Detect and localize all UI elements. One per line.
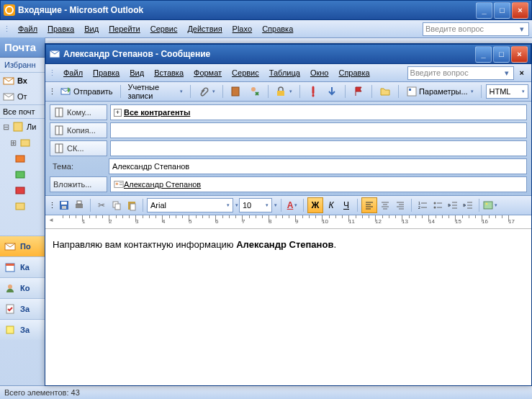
ruler[interactable]: ◄ 1234567891011121314151617: [45, 215, 531, 229]
bcc-button[interactable]: СК...: [50, 140, 107, 156]
folder-icon: [379, 86, 391, 97]
font-color-button[interactable]: A▾: [285, 198, 299, 212]
main-title: Входящие - Microsoft Outlook: [18, 5, 474, 15]
cc-button[interactable]: Копия...: [50, 122, 107, 138]
cmenu-tools[interactable]: Сервис: [227, 66, 263, 79]
book-icon: [53, 107, 65, 118]
print-button[interactable]: [72, 198, 86, 212]
numbered-list-button[interactable]: 12: [415, 198, 430, 212]
grip-icon[interactable]: ⋮: [48, 201, 56, 210]
subject-field[interactable]: Александр Степанов: [109, 158, 527, 174]
tree-child[interactable]: [0, 198, 45, 214]
cmenu-help[interactable]: Справка: [334, 66, 374, 79]
tree-child[interactable]: [0, 166, 45, 182]
close-button[interactable]: ×: [512, 2, 528, 19]
compose-help-input[interactable]: Введите вопрос▾: [407, 66, 514, 80]
svg-rect-29: [120, 182, 122, 183]
cut-button[interactable]: ✂: [94, 198, 109, 212]
insert-picture-button[interactable]: ▾: [483, 198, 497, 212]
options-button[interactable]: Параметры...▾: [403, 84, 477, 99]
compose-menu-close[interactable]: ×: [515, 66, 528, 79]
tree-root[interactable]: ⊟Ли: [0, 119, 45, 135]
grip-icon[interactable]: ⋮: [3, 24, 11, 34]
importance-low-button[interactable]: [323, 84, 341, 99]
menu-edit[interactable]: Правка: [43, 22, 78, 35]
header-fields: Кому... +Все контрагенты Копия... СК... …: [45, 102, 531, 195]
accounts-button[interactable]: Учетные записи▾: [125, 81, 185, 102]
to-field[interactable]: +Все контрагенты: [110, 104, 527, 120]
copy-button[interactable]: [109, 198, 124, 212]
italic-button[interactable]: К: [324, 198, 338, 212]
nav-mail[interactable]: По: [0, 236, 45, 256]
menu-file[interactable]: Файл: [14, 22, 42, 35]
paste-button[interactable]: [125, 198, 139, 212]
bullet-list-button[interactable]: [430, 198, 445, 212]
minimize-button[interactable]: _: [476, 2, 492, 19]
attach-button[interactable]: ▾: [195, 84, 218, 99]
outdent-button[interactable]: [446, 198, 460, 212]
menu-help[interactable]: Справка: [258, 22, 297, 35]
align-left-button[interactable]: [361, 197, 377, 213]
font-name-select[interactable]: Arial▾: [147, 198, 233, 212]
bold-button[interactable]: Ж: [307, 197, 323, 213]
flag-button[interactable]: [350, 84, 367, 99]
attach-field[interactable]: Александр Степанов: [110, 176, 527, 192]
cmenu-edit[interactable]: Правка: [89, 66, 124, 79]
tree-child[interactable]: [0, 182, 45, 198]
compose-maximize-button[interactable]: □: [493, 46, 510, 63]
grip-icon[interactable]: ⋮: [48, 68, 56, 78]
align-right-button[interactable]: [393, 198, 407, 212]
align-center-button[interactable]: [378, 198, 392, 212]
body-bold: Александр Степанов: [236, 239, 333, 250]
svg-rect-5: [14, 122, 22, 131]
nav-calendar[interactable]: Ка: [0, 256, 45, 277]
tree-child[interactable]: [0, 151, 45, 166]
cmenu-file[interactable]: Файл: [59, 66, 87, 79]
compose-titlebar[interactable]: Александр Степанов - Сообщение _ □ ×: [45, 44, 531, 64]
menu-tools[interactable]: Сервис: [146, 22, 182, 35]
cmenu-format[interactable]: Формат: [189, 66, 226, 79]
expand-icon[interactable]: +: [114, 109, 122, 117]
attach-field-button[interactable]: Вложить...: [50, 176, 107, 192]
main-menubar: ⋮ Файл Правка Вид Перейти Сервис Действи…: [0, 20, 532, 38]
menu-actions[interactable]: Действия: [183, 22, 226, 35]
cmenu-view[interactable]: Вид: [125, 66, 148, 79]
book-icon: [53, 143, 65, 154]
fav-sent[interactable]: От: [0, 89, 45, 104]
folder-button[interactable]: [377, 84, 394, 99]
compose-minimize-button[interactable]: _: [475, 46, 492, 63]
svg-point-28: [116, 182, 119, 185]
save-button[interactable]: [57, 198, 71, 212]
nav-notes[interactable]: За: [0, 319, 45, 340]
fav-inbox[interactable]: Вх: [0, 73, 45, 89]
check-names-button[interactable]: [246, 84, 263, 99]
to-button[interactable]: Кому...: [50, 104, 107, 120]
send-button[interactable]: Отправить: [58, 84, 116, 99]
maximize-button[interactable]: □: [494, 2, 510, 19]
importance-high-button[interactable]: [305, 84, 322, 99]
bcc-field[interactable]: [110, 140, 527, 156]
message-body[interactable]: Направляю вам контактную информацию Алек…: [45, 229, 531, 385]
svg-rect-37: [115, 204, 120, 210]
permission-button[interactable]: ▾: [272, 84, 295, 99]
svg-rect-32: [61, 202, 67, 205]
underline-button[interactable]: Ч: [339, 198, 353, 212]
indent-button[interactable]: [461, 198, 475, 212]
help-search-input[interactable]: Введите вопрос▾: [423, 22, 529, 36]
cmenu-table[interactable]: Таблица: [265, 66, 305, 79]
addressbook-button[interactable]: [227, 84, 245, 99]
nav-contacts[interactable]: Ко: [0, 277, 45, 298]
tree-child[interactable]: ⊞: [0, 135, 45, 151]
menu-plaxo[interactable]: Plaxo: [228, 22, 257, 35]
cc-field[interactable]: [110, 122, 527, 138]
menu-go[interactable]: Перейти: [104, 22, 145, 35]
cmenu-window[interactable]: Окно: [306, 66, 333, 79]
grip-icon[interactable]: ⋮: [48, 87, 56, 97]
nav-tasks[interactable]: За: [0, 298, 45, 319]
font-size-select[interactable]: 10▾: [239, 198, 272, 212]
body-text: Направляю вам контактную информацию: [53, 239, 236, 250]
message-format-select[interactable]: HTML▾: [486, 84, 529, 99]
cmenu-insert[interactable]: Вставка: [150, 66, 188, 79]
menu-view[interactable]: Вид: [80, 22, 103, 35]
compose-close-button[interactable]: ×: [511, 46, 528, 63]
